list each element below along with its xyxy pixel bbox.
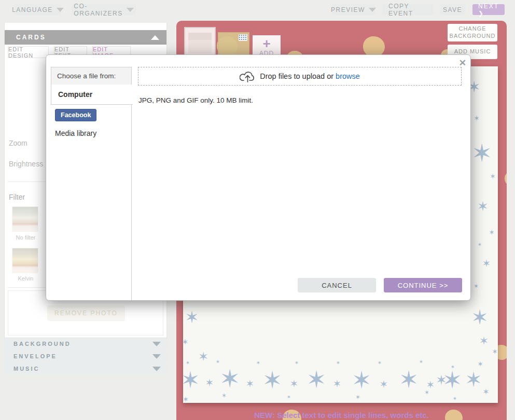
- chevron-down-icon: [127, 8, 134, 12]
- app-window: LANGUAGE CO-ORGANIZERS PREVIEW COPY EVEN…: [0, 0, 515, 420]
- chevron-down-icon: [152, 342, 161, 346]
- language-dropdown[interactable]: LANGUAGE: [15, 4, 61, 15]
- star-decoration: ✶: [492, 348, 498, 355]
- sidebar-item-music[interactable]: MUSIC: [4, 363, 167, 374]
- star-decoration: ✶: [307, 368, 327, 391]
- star-decoration: ✶: [489, 229, 495, 236]
- star-decoration: ✶: [482, 388, 489, 396]
- editor-hint-text: NEW: Select text to edit single lines, w…: [176, 411, 507, 419]
- tab-computer[interactable]: Computer: [51, 85, 133, 105]
- tab-edit-design[interactable]: EDIT DESIGN: [8, 46, 49, 58]
- filter-kelvin-thumbnail[interactable]: [12, 248, 38, 273]
- star-decoration: ✶: [482, 258, 491, 269]
- filter-preview-image: [12, 248, 38, 273]
- plus-icon: +: [262, 38, 270, 49]
- star-decoration: ✶: [380, 379, 388, 389]
- star-decoration: ✶: [183, 396, 189, 403]
- stamp-icon: [239, 34, 247, 41]
- tab-media-library[interactable]: Media library: [55, 129, 96, 137]
- zoom-label: Zoom: [9, 139, 27, 147]
- star-decoration: ✶: [246, 379, 255, 389]
- star-decoration: ✶: [181, 369, 200, 391]
- chevron-down-icon: [57, 8, 64, 12]
- save-button[interactable]: SAVE: [440, 4, 465, 15]
- cards-section-header[interactable]: CARDS: [5, 30, 166, 45]
- sidebar-item-background[interactable]: BACKGROUND: [4, 338, 167, 349]
- star-decoration: ✶: [442, 368, 463, 392]
- star-decoration: ✶: [355, 394, 360, 400]
- star-decoration: ✶: [352, 368, 372, 392]
- file-restrictions-text: JPG, PNG and GIF only. 10 MB limit.: [138, 96, 253, 104]
- sidebar-item-envelope[interactable]: ENVELOPE: [4, 351, 167, 362]
- co-organizers-label: CO-ORGANIZERS: [74, 3, 122, 17]
- star-decoration: ✶: [399, 368, 419, 391]
- star-decoration: ✶: [205, 377, 214, 388]
- star-decoration: ✶: [219, 366, 240, 391]
- star-decoration: ✶: [198, 351, 208, 363]
- copy-event-button[interactable]: COPY EVENT: [382, 4, 433, 15]
- star-decoration: ✶: [185, 309, 199, 326]
- star-decoration: ✶: [182, 338, 188, 346]
- star-decoration: ✶: [333, 379, 342, 389]
- gold-dot-decoration: [505, 171, 507, 186]
- choose-file-header: Choose a file from:: [51, 67, 132, 85]
- dropzone-text: Drop files to upload or browse: [260, 72, 360, 80]
- filter-preview-image: [12, 207, 38, 231]
- star-decoration: ✶: [477, 200, 489, 213]
- file-dropzone[interactable]: Drop files to upload or browse: [138, 67, 462, 86]
- continue-button[interactable]: CONTINUE >>: [384, 278, 462, 292]
- brightness-label: Brightness: [9, 160, 43, 168]
- star-decoration: ✶: [477, 360, 483, 368]
- preview-dropdown[interactable]: PREVIEW: [332, 4, 375, 15]
- chevron-up-icon: [151, 35, 159, 40]
- star-decoration: ✶: [378, 360, 382, 366]
- star-decoration: ✶: [336, 360, 340, 366]
- co-organizers-dropdown[interactable]: CO-ORGANIZERS: [72, 4, 136, 15]
- tab-facebook[interactable]: Facebook: [55, 109, 96, 121]
- cancel-button[interactable]: CANCEL: [298, 278, 376, 292]
- star-decoration: ✶: [490, 173, 496, 180]
- filter-no-filter-thumbnail[interactable]: [12, 206, 38, 232]
- star-decoration: ✶: [471, 307, 489, 328]
- filter-no-filter-label: No filter: [9, 234, 43, 241]
- star-decoration: ✶: [471, 141, 492, 165]
- star-decoration: ✶: [479, 335, 489, 347]
- star-decoration: ✶: [465, 369, 482, 390]
- remove-photo-button[interactable]: REMOVE PHOTO: [47, 305, 125, 321]
- star-decoration: ✶: [295, 360, 299, 366]
- filter-label: Filter: [9, 193, 25, 201]
- star-decoration: ✶: [287, 395, 291, 400]
- star-decoration: ✶: [262, 368, 283, 392]
- star-decoration: ✶: [474, 283, 479, 289]
- change-background-button[interactable]: CHANGE BACKGROUND: [448, 24, 497, 41]
- chevron-down-icon: [152, 354, 161, 359]
- star-decoration: ✶: [186, 360, 190, 366]
- language-label: LANGUAGE: [12, 6, 53, 13]
- next-button[interactable]: NEXT ❯: [472, 4, 505, 15]
- card-thumbnail-preview: [188, 33, 212, 53]
- filter-kelvin-label: Kelvin: [9, 275, 43, 282]
- star-decoration: ✶: [290, 379, 299, 389]
- star-decoration: ✶: [426, 380, 435, 390]
- browse-link[interactable]: browse: [336, 72, 360, 80]
- star-decoration: ✶: [419, 359, 423, 365]
- star-decoration: ✶: [256, 360, 260, 366]
- star-decoration: ✶: [221, 393, 227, 399]
- cloud-upload-icon: [240, 71, 256, 82]
- upload-file-dialog: ✕ Choose a file from: Computer Facebook …: [46, 54, 471, 301]
- chevron-down-icon: [152, 367, 161, 371]
- star-decoration: ✶: [474, 115, 480, 122]
- chevron-down-icon: [369, 8, 376, 12]
- star-decoration: ✶: [478, 242, 482, 247]
- star-decoration: ✶: [453, 396, 457, 401]
- gold-dot-decoration: [363, 36, 385, 57]
- preview-label: PREVIEW: [331, 6, 365, 13]
